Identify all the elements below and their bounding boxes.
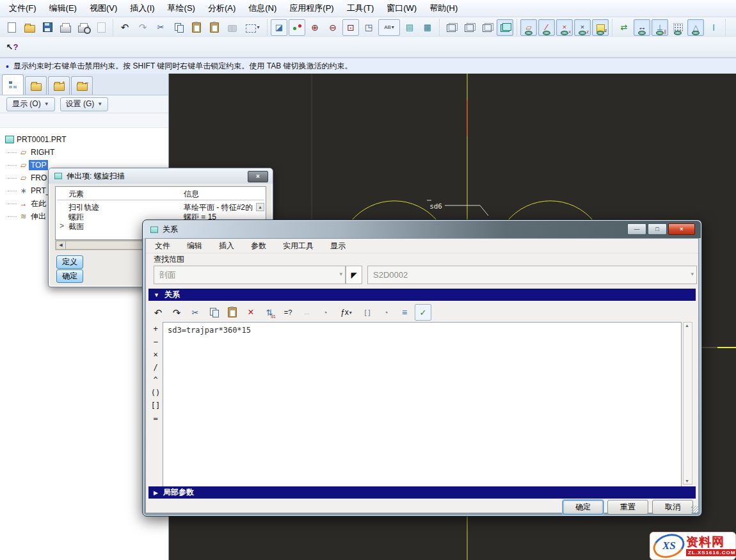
paste-button[interactable] bbox=[188, 19, 205, 36]
rel-measure-button[interactable]: ↔ bbox=[298, 304, 315, 321]
info-menu[interactable]: 信息(N) bbox=[242, 0, 283, 17]
operator-button-0[interactable]: + bbox=[153, 324, 157, 337]
scroll-down-icon[interactable]: ▼ bbox=[684, 479, 691, 483]
section-swap-button[interactable]: ⇄ bbox=[616, 19, 632, 36]
select-box-button[interactable]: ▾ bbox=[242, 19, 264, 36]
wireframe-button[interactable] bbox=[443, 19, 460, 36]
print-preview-button[interactable] bbox=[75, 19, 92, 36]
maximize-icon[interactable]: □ bbox=[648, 223, 667, 235]
rel-copy-button[interactable] bbox=[205, 304, 222, 321]
rel-paste-button[interactable] bbox=[224, 304, 241, 321]
sketch-arc-left[interactable] bbox=[351, 201, 438, 221]
operator-button-7[interactable]: = bbox=[153, 414, 157, 427]
file-menu[interactable]: 文件(F) bbox=[3, 0, 43, 17]
operator-button-5[interactable]: () bbox=[151, 388, 160, 401]
rel-cut-button[interactable]: ✂ bbox=[187, 304, 204, 321]
protrusion-dialog-titlebar[interactable]: 伸出项: 螺旋扫描 bbox=[49, 168, 273, 184]
point-display-button[interactable]: ×x bbox=[556, 19, 573, 36]
zoom-in-button[interactable]: ⊕ bbox=[307, 19, 323, 36]
context-help-button[interactable]: ↖ ? bbox=[4, 39, 20, 56]
rel-units-button[interactable]: ◔ bbox=[317, 304, 333, 321]
find-button[interactable] bbox=[224, 19, 241, 36]
zoom-refit-button[interactable]: ⊡ bbox=[342, 19, 359, 36]
no-hidden-button[interactable] bbox=[479, 19, 495, 36]
redo-button[interactable]: ↷ bbox=[134, 19, 151, 36]
operator-button-4[interactable]: ^ bbox=[153, 376, 157, 388]
operator-button-1[interactable]: − bbox=[153, 337, 157, 350]
relations-editor[interactable]: sd3=trajpar*360*15 bbox=[163, 322, 682, 488]
look-in-type-select[interactable]: 剖面 ▾ bbox=[154, 266, 346, 284]
ok-button[interactable]: 确定 bbox=[563, 500, 604, 515]
rel-edit-menu[interactable]: 编辑 bbox=[187, 241, 202, 252]
axis-display-button[interactable]: ∕ bbox=[538, 19, 555, 36]
sketch-display-button[interactable]: ◪ bbox=[271, 19, 287, 36]
resize-grip[interactable] bbox=[691, 506, 700, 514]
rel-utilities-menu[interactable]: 实用工具 bbox=[283, 241, 314, 252]
model-tree-tab[interactable] bbox=[2, 74, 24, 95]
rel-brackets-button[interactable]: [ ] bbox=[359, 304, 376, 321]
rel-functions-button[interactable]: ƒx▾ bbox=[335, 304, 357, 321]
scroll-left-icon[interactable]: ◀ bbox=[56, 241, 66, 250]
rel-verify-button[interactable]: ✓ bbox=[415, 304, 431, 321]
rel-undo-button[interactable]: ↶ bbox=[150, 304, 166, 321]
reorient-button[interactable]: ◳ bbox=[360, 19, 377, 36]
view-menu[interactable]: 视图(V) bbox=[83, 0, 124, 17]
datum-refs-button[interactable] bbox=[289, 19, 305, 36]
ok-button[interactable]: 确定 bbox=[56, 269, 83, 283]
folder-browser-tab[interactable] bbox=[25, 76, 47, 95]
connections-tab[interactable] bbox=[71, 76, 93, 95]
annotation-display-button[interactable] bbox=[592, 19, 609, 36]
open-file-button[interactable] bbox=[21, 19, 38, 36]
rel-show-menu[interactable]: 显示 bbox=[330, 241, 346, 252]
dimension-label-sd6[interactable]: sd6 bbox=[429, 202, 442, 211]
reset-button[interactable]: 重置 bbox=[607, 500, 648, 515]
favorites-tab[interactable] bbox=[48, 76, 70, 95]
cut-button[interactable]: ✂ bbox=[152, 19, 169, 36]
tree-item-right[interactable]: ▱RIGHT bbox=[0, 146, 168, 159]
undo-button[interactable]: ↶ bbox=[116, 19, 133, 36]
operator-button-3[interactable]: / bbox=[153, 363, 157, 376]
close-icon[interactable]: × bbox=[668, 223, 695, 235]
operator-button-2[interactable]: × bbox=[153, 350, 157, 363]
zoom-out-button[interactable]: ⊖ bbox=[324, 19, 341, 36]
print-button[interactable] bbox=[57, 19, 74, 36]
copy-button[interactable] bbox=[170, 19, 187, 36]
local-parameters-section-header[interactable]: ▶ 局部参数 bbox=[148, 486, 696, 499]
sketch-menu[interactable]: 草绘(S) bbox=[161, 0, 202, 17]
scroll-up-icon[interactable]: ▲ bbox=[256, 203, 264, 211]
tree-item-prt0001[interactable]: PRT0001.PRT bbox=[0, 133, 168, 146]
rel-parameters-button[interactable]: ◔ bbox=[378, 304, 394, 321]
rel-report-button[interactable]: ≡ bbox=[396, 304, 413, 321]
insert-menu[interactable]: 插入(I) bbox=[124, 0, 161, 17]
dim-display-button[interactable]: ↔ bbox=[634, 19, 650, 36]
named-views-button[interactable]: AB▾ bbox=[378, 19, 400, 36]
hidden-line-button[interactable] bbox=[461, 19, 477, 36]
applications-menu[interactable]: 应用程序(P) bbox=[283, 0, 340, 17]
close-icon[interactable]: × bbox=[248, 171, 268, 182]
rel-redo-button[interactable]: ↷ bbox=[168, 304, 185, 321]
tree-show-button[interactable]: 显示 (O) ▼ bbox=[6, 97, 55, 111]
csys-display-button[interactable]: ×z bbox=[574, 19, 591, 36]
look-in-target-select[interactable]: S2D0002 ▾ bbox=[367, 266, 697, 284]
shaded-button[interactable] bbox=[497, 19, 513, 36]
rel-evaluate-button[interactable]: =? bbox=[280, 304, 296, 321]
plane-display-button[interactable]: ▱ bbox=[520, 19, 537, 36]
tools-menu[interactable]: 工具(T) bbox=[340, 0, 381, 17]
view-manager-button[interactable]: ▦ bbox=[419, 19, 436, 36]
new-file-button[interactable] bbox=[3, 19, 20, 36]
rel-file-menu[interactable]: 文件 bbox=[155, 241, 170, 252]
rel-switch-dims-button[interactable]: ⇅d1 bbox=[261, 304, 278, 321]
constraint-display-button[interactable]: ⊥∥ bbox=[652, 19, 668, 36]
help-menu[interactable]: 帮助(H) bbox=[423, 0, 464, 17]
rel-parameters-menu[interactable]: 参数 bbox=[251, 241, 266, 252]
layers-button[interactable]: ▤ bbox=[401, 19, 418, 36]
tree-settings-button[interactable]: 设置 (G) ▼ bbox=[60, 97, 109, 111]
cancel-button[interactable]: 取消 bbox=[652, 500, 693, 515]
save-button[interactable] bbox=[39, 19, 56, 36]
rel-insert-menu[interactable]: 插入 bbox=[219, 241, 234, 252]
edit-menu[interactable]: 编辑(E) bbox=[43, 0, 83, 17]
analysis-menu[interactable]: 分析(A) bbox=[202, 0, 242, 17]
paste-special-button[interactable] bbox=[206, 19, 223, 36]
section-tool-button[interactable]: I bbox=[705, 19, 722, 36]
vertical-scrollbar[interactable]: ▲ ▼ bbox=[683, 322, 692, 484]
